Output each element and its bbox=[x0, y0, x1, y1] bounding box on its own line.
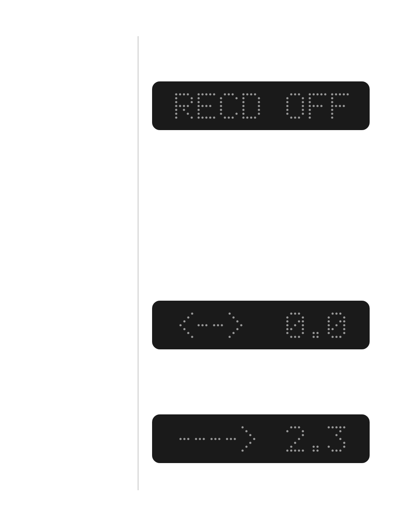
svg-point-183 bbox=[230, 438, 232, 440]
svg-point-130 bbox=[228, 336, 230, 338]
svg-point-99 bbox=[339, 93, 341, 95]
svg-point-119 bbox=[201, 324, 203, 326]
svg-point-150 bbox=[312, 332, 314, 334]
svg-point-5 bbox=[190, 97, 193, 99]
svg-point-133 bbox=[298, 312, 300, 314]
svg-point-220 bbox=[343, 445, 345, 448]
svg-point-49 bbox=[242, 93, 244, 95]
lcd-text-recd bbox=[175, 93, 260, 118]
svg-point-143 bbox=[290, 328, 292, 330]
svg-point-40 bbox=[235, 97, 237, 99]
double-arrow-icon bbox=[179, 312, 242, 338]
svg-point-168 bbox=[327, 332, 330, 334]
svg-point-203 bbox=[294, 449, 296, 451]
svg-point-127 bbox=[240, 324, 242, 326]
svg-point-146 bbox=[302, 332, 304, 334]
svg-point-57 bbox=[242, 105, 244, 107]
svg-point-3 bbox=[187, 93, 189, 95]
svg-point-95 bbox=[308, 112, 311, 115]
svg-point-205 bbox=[302, 449, 304, 451]
svg-point-219 bbox=[327, 445, 330, 448]
svg-point-100 bbox=[342, 93, 345, 95]
svg-point-148 bbox=[294, 336, 296, 338]
svg-point-155 bbox=[335, 312, 337, 314]
svg-point-73 bbox=[302, 101, 304, 103]
svg-point-56 bbox=[258, 101, 260, 103]
svg-point-142 bbox=[286, 328, 288, 330]
svg-point-8 bbox=[175, 105, 177, 107]
svg-point-12 bbox=[175, 109, 177, 111]
svg-point-23 bbox=[197, 97, 199, 99]
svg-point-190 bbox=[245, 445, 247, 448]
svg-point-144 bbox=[302, 328, 304, 330]
svg-point-180 bbox=[214, 438, 216, 440]
svg-point-175 bbox=[187, 438, 189, 440]
svg-point-172 bbox=[339, 336, 341, 338]
svg-point-207 bbox=[316, 445, 318, 448]
svg-point-59 bbox=[242, 109, 244, 111]
svg-point-13 bbox=[183, 109, 185, 111]
svg-point-152 bbox=[312, 336, 314, 338]
svg-point-14 bbox=[175, 112, 177, 115]
svg-point-141 bbox=[302, 324, 304, 326]
svg-point-68 bbox=[294, 93, 296, 95]
svg-point-162 bbox=[327, 324, 330, 326]
svg-point-78 bbox=[286, 112, 288, 115]
svg-point-26 bbox=[201, 105, 203, 107]
svg-point-79 bbox=[302, 112, 304, 115]
svg-point-200 bbox=[290, 445, 292, 448]
svg-point-35 bbox=[213, 116, 215, 118]
svg-point-70 bbox=[286, 97, 288, 99]
svg-point-149 bbox=[298, 336, 300, 338]
svg-point-120 bbox=[205, 324, 207, 326]
svg-point-69 bbox=[298, 93, 300, 95]
svg-point-206 bbox=[312, 445, 314, 448]
svg-point-223 bbox=[339, 449, 341, 451]
svg-point-212 bbox=[335, 426, 337, 428]
svg-point-105 bbox=[335, 105, 337, 107]
svg-point-138 bbox=[302, 320, 304, 322]
svg-point-41 bbox=[220, 101, 222, 103]
lcd-display-2 bbox=[152, 301, 370, 349]
svg-point-92 bbox=[316, 105, 318, 107]
svg-point-24 bbox=[197, 101, 199, 103]
svg-point-62 bbox=[258, 112, 260, 115]
svg-point-18 bbox=[197, 93, 199, 95]
svg-point-128 bbox=[236, 328, 238, 330]
svg-point-201 bbox=[286, 449, 288, 451]
svg-point-2 bbox=[183, 93, 185, 95]
svg-point-122 bbox=[217, 324, 219, 326]
svg-point-117 bbox=[191, 336, 193, 338]
svg-point-108 bbox=[331, 109, 333, 111]
svg-point-22 bbox=[213, 93, 215, 95]
svg-point-28 bbox=[209, 105, 211, 107]
svg-point-85 bbox=[316, 93, 318, 95]
svg-point-29 bbox=[197, 109, 199, 111]
svg-point-157 bbox=[327, 316, 330, 318]
svg-point-121 bbox=[213, 324, 215, 326]
svg-point-164 bbox=[343, 324, 345, 326]
svg-point-135 bbox=[302, 316, 304, 318]
svg-point-202 bbox=[290, 449, 292, 451]
svg-point-98 bbox=[335, 93, 337, 95]
svg-point-213 bbox=[339, 426, 341, 428]
svg-point-173 bbox=[179, 438, 181, 440]
svg-point-96 bbox=[308, 116, 311, 118]
svg-point-116 bbox=[187, 332, 189, 334]
svg-point-170 bbox=[331, 336, 333, 338]
svg-point-104 bbox=[331, 105, 333, 107]
svg-point-9 bbox=[179, 105, 181, 107]
svg-point-153 bbox=[316, 336, 318, 338]
svg-point-7 bbox=[190, 101, 193, 103]
svg-point-94 bbox=[308, 109, 311, 111]
svg-point-196 bbox=[302, 430, 304, 432]
svg-point-6 bbox=[175, 101, 177, 103]
svg-point-72 bbox=[286, 101, 288, 103]
lcd-display-1 bbox=[152, 81, 370, 130]
svg-point-137 bbox=[298, 320, 300, 322]
svg-point-33 bbox=[205, 116, 207, 118]
svg-point-194 bbox=[298, 426, 300, 428]
svg-point-123 bbox=[221, 324, 223, 326]
right-arrow-icon bbox=[179, 426, 255, 451]
svg-point-198 bbox=[298, 438, 300, 440]
